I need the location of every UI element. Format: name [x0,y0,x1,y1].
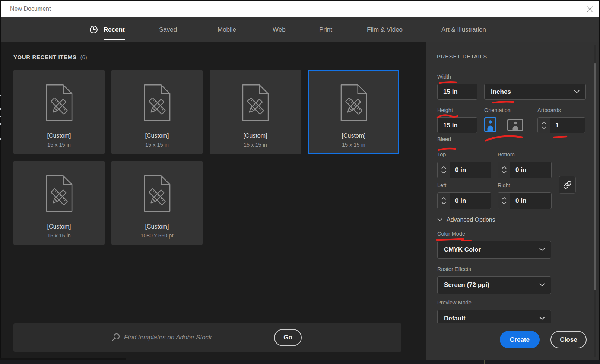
bleed-bottom-input[interactable]: 0 in [498,162,552,178]
bleed-right-input[interactable]: 0 in [498,192,552,209]
link-icon [563,181,572,189]
tab-art-illustration[interactable]: Art & Illustration [441,17,486,42]
recent-item-card[interactable]: [Custom]1080 x 560 pt [111,161,203,245]
orientation-landscape-button[interactable] [507,119,523,131]
raster-effects-dropdown[interactable]: Screen (72 ppi) [437,276,551,294]
raster-effects-label: Raster Effects [437,266,471,272]
stepper-up-button[interactable] [502,166,507,169]
height-label: Height [437,107,453,113]
recent-item-name: [Custom] [342,132,365,139]
stepper-down-button[interactable] [502,171,507,174]
tab-film-video[interactable]: Film & Video [367,17,403,42]
panel-footer: Create Close [426,323,599,360]
clock-icon [89,25,98,34]
preview-mode-label: Preview Mode [437,300,472,306]
window-right-edge [599,0,600,364]
bleed-bottom-label: Bottom [498,151,515,157]
recent-item-name: [Custom] [47,132,71,139]
tab-web[interactable]: Web [273,17,286,42]
preset-details-heading: PRESET DETAILS [437,54,487,60]
bleed-label: Bleed [437,136,451,142]
artboards-stepper-input[interactable]: 1 [537,117,585,133]
document-ruler-pencil-icon [143,175,171,212]
recent-item-name: [Custom] [145,132,169,139]
panel-scrollbar[interactable] [594,45,596,357]
chevron-down-icon [539,248,545,251]
go-button[interactable]: Go [274,329,302,346]
recent-items-title: YOUR RECENT ITEMS [13,54,76,60]
category-tabbar: RecentSavedMobileWebPrintFilm & VideoArt… [1,17,599,42]
recent-item-name: [Custom] [145,223,169,230]
preset-divider [437,66,587,66]
tab-recent[interactable]: Recent [89,17,125,42]
bleed-link-values-button[interactable] [559,176,576,194]
recent-item-size: 15 x 15 in [47,233,71,239]
document-ruler-pencil-icon [340,84,368,121]
background-app-dot [0,95,1,96]
stepper-up-button[interactable] [502,197,507,200]
bleed-left-label: Left [437,182,446,188]
height-input[interactable]: 15 in [437,117,477,133]
chevron-down-icon [539,283,545,287]
dialog-title: New Document [10,6,51,12]
stepper-down-button[interactable] [441,171,446,174]
chevron-down-icon [539,317,545,320]
tab-saved[interactable]: Saved [159,17,177,42]
recent-item-card-selected[interactable]: [Custom]15 x 15 in [308,70,399,154]
stepper-down-button[interactable] [542,126,546,129]
color-mode-dropdown[interactable]: CMYK Color [437,241,551,259]
stepper-up-button[interactable] [441,166,446,169]
tab-divider [197,22,197,38]
search-icon [111,333,120,344]
stepper-down-button[interactable] [441,202,446,205]
background-app-dot [0,123,1,125]
recent-item-size: 15 x 15 in [47,142,71,148]
bleed-top-label: Top [437,151,446,157]
recent-item-card[interactable]: [Custom]15 x 15 in [111,70,203,154]
recent-item-size: 15 x 15 in [145,142,169,148]
window-left-edge [0,0,1,364]
document-ruler-pencil-icon [143,84,171,121]
document-ruler-pencil-icon [242,84,269,121]
document-ruler-pencil-icon [45,175,73,212]
background-app-taskbar [0,360,600,364]
chevron-down-icon [574,90,580,93]
recent-item-card[interactable]: [Custom]15 x 15 in [13,161,105,245]
new-document-dialog: New Document RecentSavedMobileWebPrintFi… [0,0,600,364]
orientation-portrait-button[interactable] [484,117,496,132]
recent-item-name: [Custom] [243,132,267,139]
bleed-top-input[interactable]: 0 in [437,162,491,178]
width-label: Width [437,74,451,80]
taskbar-tick [484,360,485,364]
background-app-dot [0,116,1,117]
portrait-icon [484,117,496,132]
chevron-down-icon [437,218,442,221]
bleed-left-input[interactable]: 0 in [437,192,491,209]
panel-scrollbar-thumb[interactable] [594,63,596,290]
units-dropdown[interactable]: Inches [484,84,586,100]
background-app-dot [0,108,1,110]
close-button[interactable]: Close [550,331,587,348]
bleed-right-label: Right [498,182,510,188]
taskbar-tick [420,360,420,364]
tab-mobile[interactable]: Mobile [218,17,236,42]
search-input[interactable] [124,330,270,345]
document-ruler-pencil-icon [45,84,73,121]
stepper-up-button[interactable] [441,197,446,200]
taskbar-tick [356,360,356,364]
preset-details-panel: PRESET DETAILS Width 15 in Inches Height… [426,42,599,360]
recent-item-card[interactable]: [Custom]15 x 15 in [210,70,301,154]
recent-item-size: 1080 x 560 pt [141,233,174,239]
stepper-up-button[interactable] [542,121,546,124]
adobe-stock-search-panel: Go [13,323,401,352]
orientation-label: Orientation [484,107,511,113]
width-input[interactable]: 15 in [437,84,477,100]
tab-print[interactable]: Print [319,17,332,42]
recent-items-count: (6) [80,54,87,60]
create-button[interactable]: Create [500,331,540,348]
recent-item-card[interactable]: [Custom]15 x 15 in [13,70,105,154]
advanced-options-toggle[interactable]: Advanced Options [437,217,495,223]
stepper-down-button[interactable] [502,202,507,205]
dialog-close-icon[interactable] [584,4,595,15]
recent-item-size: 15 x 15 in [342,142,365,148]
